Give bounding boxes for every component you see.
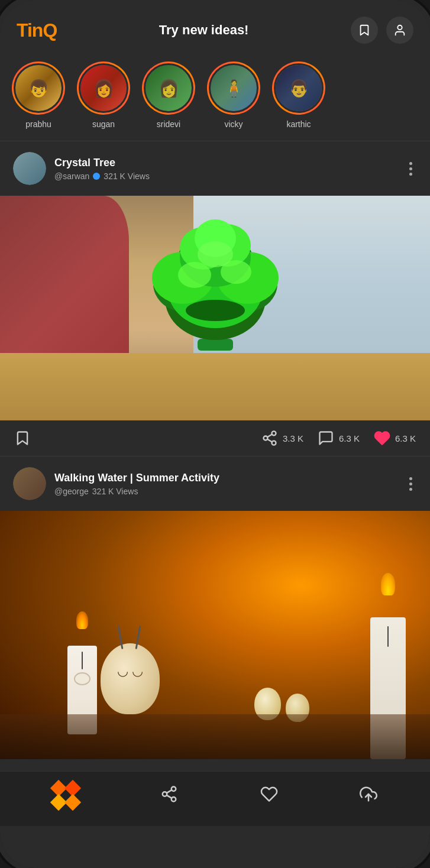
crystal-tree-background: [0, 196, 430, 420]
stories-row: 👦 prabhu 👩 sugan 👩: [0, 56, 430, 141]
share-count-1: 3.3 K: [283, 433, 303, 443]
header-icons: [351, 17, 413, 44]
candle-left-flame: [76, 611, 88, 629]
story-name-karthic: karthic: [286, 119, 311, 129]
walking-water-background: ◡ ◡: [0, 511, 430, 759]
story-item-prabhu[interactable]: 👦 prabhu: [12, 61, 65, 129]
svg-line-21: [267, 439, 272, 442]
comment-icon: [318, 430, 334, 446]
nav-share-icon: [160, 785, 178, 805]
post-image-2[interactable]: ◡ ◡: [0, 511, 430, 759]
story-item-sugan[interactable]: 👩 sugan: [77, 61, 130, 129]
story-avatar-sridevi: 👩: [144, 63, 193, 113]
post-views-2: 321 K Views: [92, 487, 138, 496]
story-name-prabhu: prabhu: [25, 119, 51, 129]
svg-line-26: [167, 795, 172, 798]
action-left-1: [14, 430, 31, 446]
story-ring-sugan: 👩: [77, 61, 130, 115]
bottom-navigation: [0, 771, 430, 826]
comment-button-1[interactable]: 6.3 K: [318, 430, 360, 446]
like-button-1[interactable]: 6.3 K: [374, 430, 416, 446]
nav-like-button[interactable]: [260, 785, 278, 805]
bookmark-icon: [358, 24, 371, 37]
header: TinQ Try new ideas!: [0, 0, 430, 56]
post-more-button-2[interactable]: [405, 472, 417, 495]
story-name-sugan: sugan: [92, 119, 115, 129]
post-header-2: Walking Water | Summer Activity @george …: [0, 456, 430, 511]
svg-point-14: [178, 262, 211, 288]
svg-point-0: [397, 25, 402, 30]
story-name-sridevi: sridevi: [157, 119, 180, 129]
post-header-1: Crystal Tree @sarwan 321 K Views: [0, 141, 430, 196]
phone-shell: TinQ Try new ideas!: [0, 0, 430, 868]
story-avatar-sugan: 👩: [79, 63, 128, 113]
story-avatar-karthic: 👨: [274, 63, 324, 113]
story-avatar-vicky: 🧍: [209, 63, 258, 113]
nav-home-button[interactable]: [53, 782, 79, 808]
story-name-vicky: vicky: [224, 119, 243, 129]
post-title-1: Crystal Tree: [54, 157, 396, 169]
story-ring-vicky: 🧍: [207, 61, 260, 115]
phone-inner: TinQ Try new ideas!: [0, 0, 430, 868]
story-ring-prabhu: 👦: [12, 61, 65, 115]
nav-share-button[interactable]: [160, 785, 178, 805]
story-item-vicky[interactable]: 🧍 vicky: [207, 61, 260, 129]
share-button-1[interactable]: 3.3 K: [261, 430, 303, 446]
user-icon: [393, 24, 406, 37]
post-title-2: Walking Water | Summer Activity: [54, 472, 396, 484]
svg-point-16: [198, 241, 233, 267]
post-card-1: Crystal Tree @sarwan 321 K Views: [0, 141, 430, 456]
post-username-1: @sarwan: [54, 171, 89, 181]
header-title: Try new ideas!: [159, 22, 249, 38]
story-ring-karthic: 👨: [272, 61, 325, 115]
table-surface-2: [0, 714, 430, 759]
heart-icon: [374, 430, 390, 446]
bookmark-outline-icon: [14, 430, 31, 446]
share-icon: [261, 430, 278, 446]
post-sub-1: @sarwan 321 K Views: [54, 171, 396, 181]
profile-button[interactable]: [386, 17, 413, 44]
nav-upload-icon: [360, 785, 377, 805]
verified-badge-1: [93, 173, 100, 180]
post-actions-1: 3.3 K 6.3 K 6.3 K: [0, 420, 430, 456]
story-item-sridevi[interactable]: 👩 sridevi: [142, 61, 195, 129]
nav-upload-button[interactable]: [360, 785, 377, 805]
bunny-character: ◡ ◡: [95, 626, 166, 714]
action-right-1: 3.3 K 6.3 K 6.3 K: [261, 430, 416, 446]
nav-heart-icon: [260, 785, 278, 805]
svg-line-22: [267, 435, 272, 438]
post-sub-2: @george 321 K Views: [54, 487, 396, 496]
post-username-2: @george: [54, 487, 89, 496]
like-count-1: 6.3 K: [395, 433, 416, 443]
svg-line-27: [167, 790, 172, 793]
post-more-button-1[interactable]: [405, 157, 417, 180]
candle-right-flame: [381, 573, 395, 595]
svg-rect-2: [198, 339, 233, 351]
app-logo: TinQ: [17, 20, 57, 41]
crystal-tree-svg: [138, 196, 292, 358]
bookmark-button[interactable]: [351, 17, 378, 44]
post-image-1[interactable]: [0, 196, 430, 420]
post-card-2: Walking Water | Summer Activity @george …: [0, 456, 430, 759]
svg-point-17: [186, 300, 245, 321]
post-views-1: 321 K Views: [104, 171, 150, 181]
story-ring-sridevi: 👩: [142, 61, 195, 115]
post-meta-1: Crystal Tree @sarwan 321 K Views: [54, 157, 396, 181]
save-button-1[interactable]: [14, 430, 31, 446]
comment-count-1: 6.3 K: [339, 433, 360, 443]
story-item-karthic[interactable]: 👨 karthic: [272, 61, 325, 129]
table-surface: [0, 353, 430, 420]
post-avatar-sarwan: [13, 152, 46, 185]
story-avatar-prabhu: 👦: [14, 63, 63, 113]
home-logo-icon: [53, 782, 79, 808]
post-meta-2: Walking Water | Summer Activity @george …: [54, 472, 396, 496]
post-avatar-george: [13, 467, 46, 500]
